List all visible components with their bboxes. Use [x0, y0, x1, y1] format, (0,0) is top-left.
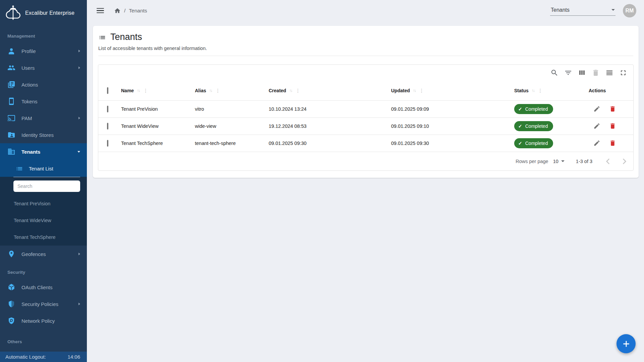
person-icon	[7, 47, 15, 55]
cell-updated: 09.01.2025 09:30	[391, 135, 514, 152]
column-header-created: Created	[269, 88, 286, 93]
tenant-link-techsphere[interactable]: Tenant TechSphere	[0, 229, 87, 246]
delete-icon[interactable]	[609, 140, 616, 147]
status-badge: ✓Completed	[514, 121, 553, 131]
sort-icon[interactable]: ↑↓	[289, 88, 292, 93]
column-header-alias: Alias	[195, 88, 206, 93]
search-icon[interactable]	[550, 69, 558, 77]
add-tenant-fab[interactable]	[616, 334, 636, 353]
status-badge: ✓Completed	[514, 138, 553, 148]
sidebar-item-tenants[interactable]: Tenants	[0, 143, 87, 160]
table-row[interactable]: Tenant WideView wide-view 19.12.2024 08:…	[98, 117, 634, 135]
next-page-icon[interactable]	[620, 157, 629, 166]
tenant-link-previson[interactable]: Tenant PreVision	[0, 195, 87, 212]
shield-icon	[7, 300, 15, 308]
check-icon: ✓	[518, 123, 522, 129]
sort-icon[interactable]: ↑↓	[413, 88, 416, 93]
cell-name: Tenant PreVision	[121, 100, 195, 117]
column-header-updated: Updated	[391, 88, 410, 93]
chevron-right-icon	[78, 66, 80, 69]
sidebar-item-network-policy[interactable]: Network Policy	[0, 312, 87, 329]
home-icon[interactable]	[114, 7, 121, 14]
previous-page-icon[interactable]	[604, 157, 612, 166]
status-badge: ✓Completed	[514, 104, 553, 114]
column-header-actions: Actions	[589, 88, 606, 93]
building-icon	[7, 148, 15, 156]
context-select[interactable]: Tenants	[550, 6, 615, 16]
sort-icon[interactable]: ↑↓	[532, 88, 534, 93]
cell-created: 09.01.2025 09:30	[269, 135, 391, 152]
sidebar-item-tokens[interactable]: Tokens	[0, 93, 87, 110]
table-row[interactable]: Tenant TechSphere tenant-tech-sphere 09.…	[98, 135, 634, 152]
folder-user-icon	[7, 131, 15, 139]
cell-name: Tenant TechSphere	[121, 135, 195, 152]
chevron-right-icon	[78, 117, 80, 119]
sort-icon[interactable]: ↑↓	[137, 88, 140, 93]
main-area: / Tenants Tenants RM Tenants List of acc…	[87, 0, 644, 362]
breadcrumb: / Tenants	[114, 7, 147, 14]
edit-icon[interactable]	[593, 105, 600, 112]
edit-icon[interactable]	[593, 140, 600, 147]
select-caret-icon	[561, 160, 565, 162]
section-others: Others	[0, 329, 87, 348]
column-menu-icon[interactable]: ⋮	[295, 88, 301, 93]
filter-icon[interactable]	[564, 69, 572, 77]
sidebar-item-tenant-list[interactable]: Tenant List	[0, 160, 87, 177]
brand[interactable]: Excalibur Enterprise	[0, 0, 87, 26]
brand-name: Excalibur Enterprise	[25, 10, 74, 16]
section-security: Security	[0, 262, 87, 279]
sidebar-item-profile[interactable]: Profile	[0, 43, 87, 59]
table-row[interactable]: Tenant PreVision vitro 10.10.2024 13:24 …	[98, 100, 634, 117]
columns-icon[interactable]	[578, 69, 586, 77]
cell-created: 19.12.2024 08:53	[269, 117, 391, 135]
tenant-link-wideview[interactable]: Tenant WideView	[0, 212, 87, 229]
breadcrumb-separator: /	[124, 8, 125, 14]
menu-toggle-icon[interactable]	[97, 7, 104, 15]
delete-icon[interactable]	[609, 122, 616, 130]
row-checkbox[interactable]	[107, 140, 108, 147]
column-header-name: Name	[121, 88, 134, 93]
tenant-search-input[interactable]	[13, 180, 80, 192]
sort-icon[interactable]: ↑↓	[209, 88, 212, 93]
edit-icon[interactable]	[593, 122, 600, 130]
auto-logout-timer: 14:06	[67, 354, 80, 360]
smartphone-icon	[7, 97, 15, 105]
people-icon	[7, 64, 15, 72]
cloud-sword-logo-icon	[5, 5, 21, 21]
delete-icon[interactable]	[592, 69, 600, 77]
sidebar-item-identity-stores[interactable]: Identity Stores	[0, 126, 87, 143]
sidebar-item-security-policies[interactable]: Security Policies	[0, 296, 87, 312]
topbar: / Tenants Tenants RM	[87, 0, 644, 21]
row-checkbox[interactable]	[107, 123, 108, 130]
column-menu-icon[interactable]: ⋮	[143, 88, 149, 93]
tenants-table: Name↑↓⋮ Alias↑↓⋮ Created↑↓⋮ Updated↑↓⋮ S…	[98, 64, 634, 171]
auto-logout-bar: Automatic Logout: 14:06	[0, 352, 87, 362]
plus-icon	[622, 340, 631, 348]
chevron-right-icon	[78, 50, 80, 52]
sidebar-nav: Management Profile Users Actions Tokens …	[0, 26, 87, 352]
column-header-status: Status	[514, 88, 529, 93]
density-icon[interactable]	[605, 69, 613, 77]
cast-icon	[7, 114, 15, 122]
select-all-checkbox[interactable]	[107, 87, 108, 94]
avatar[interactable]: RM	[623, 4, 636, 17]
sidebar-item-oauth-clients[interactable]: OAuth Clients	[0, 279, 87, 296]
sidebar-item-actions[interactable]: Actions	[0, 76, 87, 93]
list-title-icon	[98, 34, 106, 41]
policy-icon	[7, 317, 15, 325]
column-menu-icon[interactable]: ⋮	[537, 88, 543, 93]
cell-name: Tenant WideView	[121, 117, 195, 135]
sidebar-item-geofences[interactable]: Geofences	[0, 246, 87, 262]
row-checkbox[interactable]	[107, 106, 108, 112]
cell-alias: wide-view	[195, 117, 269, 135]
delete-icon[interactable]	[609, 105, 616, 112]
sidebar-item-pam[interactable]: PAM	[0, 110, 87, 126]
add-location-icon	[7, 250, 15, 258]
table-header-row: Name↑↓⋮ Alias↑↓⋮ Created↑↓⋮ Updated↑↓⋮ S…	[98, 81, 634, 100]
cell-alias: tenant-tech-sphere	[195, 135, 269, 152]
rows-per-page-select[interactable]: 10	[553, 159, 565, 164]
column-menu-icon[interactable]: ⋮	[215, 88, 221, 93]
fullscreen-icon[interactable]	[619, 69, 627, 77]
column-menu-icon[interactable]: ⋮	[419, 88, 425, 93]
sidebar-item-users[interactable]: Users	[0, 59, 87, 76]
